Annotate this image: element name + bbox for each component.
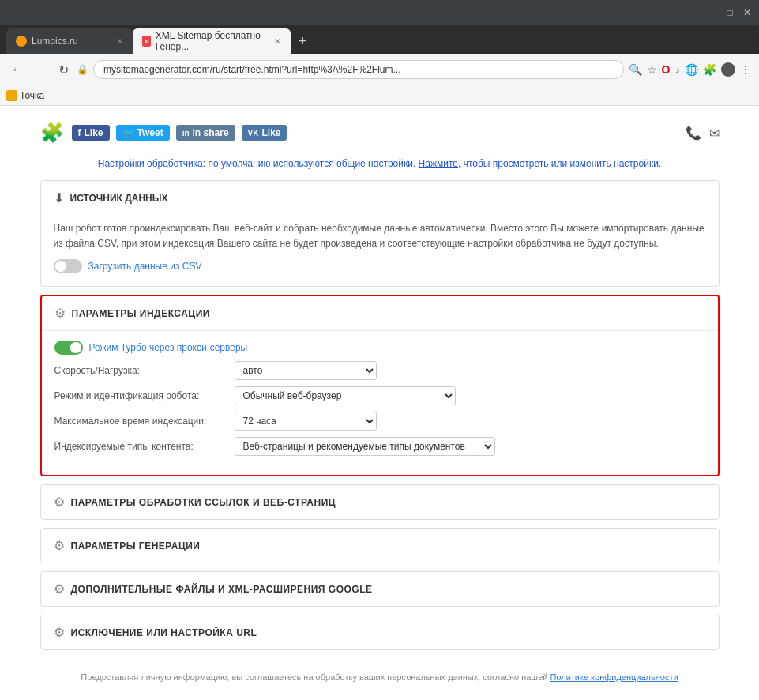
- social-bar: f Like 🐦 Tweet in in share VK Like: [72, 119, 287, 147]
- minimize-button[interactable]: ─: [707, 7, 718, 18]
- turbo-mode-row: Режим Турбо через прокси-серверы: [54, 341, 705, 355]
- contact-icons: 📞 ✉: [686, 126, 720, 141]
- info-banner: Настройки обработчика: по умолчанию испо…: [40, 152, 720, 180]
- tab-lumpics[interactable]: Lumpics.ru ✕: [6, 28, 133, 54]
- title-bar: ─ □ ✕: [0, 0, 759, 25]
- additional-files-section: ⚙ ДОПОЛНИТЕЛЬНЫЕ ФАЙЛЫ И XML-РАСШИРЕНИЯ …: [40, 571, 720, 607]
- exclusion-section: ⚙ ИСКЛЮЧЕНИЕ ИЛИ НАСТРОЙКА URL: [40, 615, 720, 650]
- tab-lumpics-label: Lumpics.ru: [32, 36, 78, 47]
- site-logo: 🧩: [40, 122, 64, 144]
- tab-favicon-xml: X: [142, 36, 151, 47]
- maximize-button[interactable]: □: [724, 7, 735, 18]
- phone-icon[interactable]: 📞: [686, 126, 701, 141]
- csv-toggle[interactable]: [54, 259, 82, 273]
- email-icon[interactable]: ✉: [709, 126, 720, 141]
- globe-icon: 🌐: [685, 63, 698, 76]
- indexing-params-header[interactable]: ⚙ ПАРАМЕТРЫ ИНДЕКСАЦИИ: [42, 296, 718, 330]
- bookmark-folder-icon: [6, 90, 17, 101]
- bookmark-label: Точка: [20, 90, 44, 101]
- tab-bar: Lumpics.ru ✕ X XML Sitemap бесплатно - Г…: [0, 25, 759, 54]
- speed-row: Скорость/Нагрузка: авто медленно нормаль…: [54, 361, 705, 380]
- search-icon: 🔍: [629, 63, 642, 76]
- tab-xml-label: XML Sitemap бесплатно - Генер...: [156, 30, 269, 52]
- exclusion-title: ИСКЛЮЧЕНИЕ ИЛИ НАСТРОЙКА URL: [71, 627, 257, 638]
- generation-header[interactable]: ⚙ ПАРАМЕТРЫ ГЕНЕРАЦИИ: [41, 529, 719, 563]
- forward-button[interactable]: →: [32, 61, 51, 78]
- additional-files-header[interactable]: ⚙ ДОПОЛНИТЕЛЬНЫЕ ФАЙЛЫ И XML-РАСШИРЕНИЯ …: [41, 572, 719, 606]
- link-processing-title: ПАРАМЕТРЫ ОБРАБОТКИ ССЫЛОК И ВЕБ-СТРАНИЦ: [71, 497, 336, 508]
- sh-icon: in: [182, 129, 190, 137]
- tab-xml-close[interactable]: ✕: [274, 36, 281, 47]
- music-icon: ♪: [675, 64, 681, 76]
- menu-icon[interactable]: ⋮: [740, 63, 751, 76]
- data-source-body: Наш робот готов проиндексировать Ваш веб…: [41, 215, 719, 286]
- link-processing-section: ⚙ ПАРАМЕТРЫ ОБРАБОТКИ ССЫЛОК И ВЕБ-СТРАН…: [40, 484, 720, 520]
- new-tab-button[interactable]: +: [291, 28, 315, 54]
- tw-icon: 🐦: [122, 127, 134, 138]
- exclusion-header[interactable]: ⚙ ИСКЛЮЧЕНИЕ ИЛИ НАСТРОЙКА URL: [41, 615, 719, 649]
- generation-title: ПАРАМЕТРЫ ГЕНЕРАЦИИ: [71, 540, 201, 551]
- back-button[interactable]: ←: [8, 61, 27, 78]
- indexing-params-body: Режим Турбо через прокси-серверы Скорост…: [42, 330, 718, 475]
- footer-text: Предоставляя личную информацию, вы согла…: [81, 672, 547, 682]
- additional-files-title: ДОПОЛНИТЕЛЬНЫЕ ФАЙЛЫ И XML-РАСШИРЕНИЯ GO…: [71, 584, 373, 595]
- star-icon[interactable]: ☆: [647, 63, 657, 76]
- generation-section: ⚙ ПАРАМЕТРЫ ГЕНЕРАЦИИ: [40, 528, 720, 563]
- vk-label: Like: [261, 127, 280, 138]
- data-source-section: ⬇ ИСТОЧНИК ДАННЫХ Наш робот готов проинд…: [40, 180, 720, 287]
- max-time-select[interactable]: 24 часа 48 часов 72 часа 96 часов: [235, 412, 377, 431]
- additional-gear-icon: ⚙: [54, 581, 65, 597]
- footer: Предоставляя личную информацию, вы согла…: [40, 658, 720, 697]
- max-time-row: Максимальное время индексации: 24 часа 4…: [54, 412, 705, 431]
- address-bar: ← → ↻ 🔒 🔍 ☆ O ♪ 🌐 🧩 ⋮: [0, 54, 759, 85]
- speed-select[interactable]: авто медленно нормально быстро: [235, 361, 377, 380]
- link-processing-gear-icon: ⚙: [54, 495, 65, 510]
- data-source-title: ИСТОЧНИК ДАННЫХ: [70, 193, 168, 204]
- facebook-like-button[interactable]: f Like: [72, 125, 110, 141]
- turbo-toggle-slider: [54, 341, 83, 355]
- indexing-gear-icon: ⚙: [54, 306, 66, 321]
- address-input[interactable]: [93, 60, 624, 79]
- lock-icon: 🔒: [77, 64, 88, 75]
- generation-gear-icon: ⚙: [54, 538, 65, 553]
- data-source-header: ⬇ ИСТОЧНИК ДАННЫХ: [41, 181, 719, 215]
- content-type-label: Индексируемые типы контента:: [54, 441, 228, 452]
- sh-label: in share: [193, 127, 229, 138]
- turbo-toggle[interactable]: [54, 341, 83, 355]
- tw-label: Tweet: [137, 127, 163, 138]
- info-text-after: чтобы просмотреть или изменить настройки…: [464, 158, 662, 169]
- fb-icon: f: [78, 127, 81, 138]
- tab-favicon-lumpics: [16, 36, 27, 47]
- robot-select[interactable]: Обычный веб-браузер Поисковый робот: [235, 386, 456, 405]
- opera-icon: O: [662, 63, 671, 76]
- link-processing-header[interactable]: ⚙ ПАРАМЕТРЫ ОБРАБОТКИ ССЫЛОК И ВЕБ-СТРАН…: [41, 485, 719, 519]
- csv-toggle-label: Загрузить данные из CSV: [88, 261, 202, 272]
- close-button[interactable]: ✕: [742, 7, 753, 18]
- logo-area: 🧩: [40, 117, 64, 149]
- bookmark-tochka[interactable]: Точка: [6, 90, 44, 101]
- reload-button[interactable]: ↻: [55, 61, 72, 79]
- indexing-params-title: ПАРАМЕТРЫ ИНДЕКСАЦИИ: [72, 308, 210, 319]
- profile-icon: [721, 62, 735, 77]
- download-icon: ⬇: [54, 190, 64, 205]
- twitter-tweet-button[interactable]: 🐦 Tweet: [116, 125, 170, 141]
- speed-label: Скорость/Нагрузка:: [54, 365, 228, 376]
- share-button[interactable]: in in share: [176, 125, 235, 141]
- indexing-params-section: ⚙ ПАРАМЕТРЫ ИНДЕКСАЦИИ Режим Турбо через…: [40, 295, 720, 476]
- tab-xml[interactable]: X XML Sitemap бесплатно - Генер... ✕: [133, 28, 291, 54]
- exclusion-gear-icon: ⚙: [54, 625, 65, 640]
- window-controls: ─ □ ✕: [707, 7, 753, 18]
- content-type-select[interactable]: Веб-страницы и рекомендуемые типы докуме…: [235, 437, 495, 456]
- fb-label: Like: [85, 127, 103, 138]
- vk-like-button[interactable]: VK Like: [242, 125, 287, 141]
- extensions-icon: 🧩: [703, 63, 716, 76]
- content-type-row: Индексируемые типы контента: Веб-страниц…: [54, 437, 705, 456]
- address-icons: 🔍 ☆ O ♪ 🌐 🧩 ⋮: [629, 62, 751, 77]
- robot-row: Режим и идентификация робота: Обычный ве…: [54, 386, 705, 405]
- info-banner-link[interactable]: Нажмите,: [419, 158, 461, 169]
- data-source-description: Наш робот готов проиндексировать Ваш веб…: [54, 221, 706, 251]
- vk-icon: VK: [248, 129, 259, 137]
- tab-lumpics-close[interactable]: ✕: [116, 36, 123, 47]
- privacy-policy-link[interactable]: Политике конфиденциальности: [550, 672, 678, 682]
- bookmark-bar: Точка: [0, 85, 759, 106]
